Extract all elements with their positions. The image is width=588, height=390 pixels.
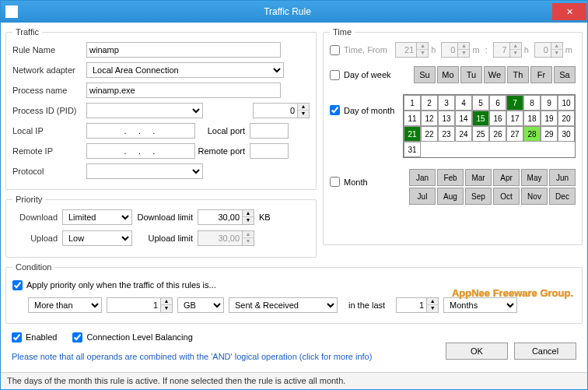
month-cell[interactable]: Mar: [465, 169, 492, 186]
month-cell[interactable]: Apr: [493, 169, 520, 186]
download-select[interactable]: Limited: [62, 209, 132, 225]
close-button[interactable]: ✕: [552, 3, 586, 20]
dom-cell[interactable]: 23: [438, 126, 455, 142]
app-icon: [5, 5, 18, 18]
priority-group: Priority Download Limited Download limit…: [5, 195, 317, 258]
download-label: Download: [12, 213, 62, 222]
dom-cell[interactable]: 20: [558, 111, 575, 126]
localport-input[interactable]: [250, 123, 289, 139]
dom-cell[interactable]: 26: [489, 126, 506, 142]
pid-spin[interactable]: ▲▼: [253, 103, 310, 118]
dom-cell[interactable]: 8: [523, 95, 541, 111]
dow-cell[interactable]: Th: [507, 66, 529, 83]
download-limit-spin[interactable]: ▲▼: [198, 209, 254, 225]
remoteip-label: Remote IP: [12, 146, 86, 156]
dom-cell[interactable]: 18: [523, 111, 541, 126]
period-select[interactable]: Months: [443, 297, 517, 313]
dow-cell[interactable]: Su: [414, 66, 436, 83]
apply-check[interactable]: Apply priority only when the traffic of …: [12, 280, 216, 290]
adapter-select[interactable]: Local Area Connection: [86, 62, 284, 78]
dom-cell[interactable]: 17: [506, 111, 523, 126]
month-cell[interactable]: Jul: [409, 188, 436, 205]
month-check[interactable]: Month: [330, 177, 368, 187]
status-bar: The days of the month this rule is activ…: [1, 372, 587, 389]
n-spin[interactable]: ▲▼: [396, 297, 439, 313]
dom-cell[interactable]: 12: [421, 111, 438, 126]
month-cell[interactable]: Nov: [521, 188, 548, 205]
spin-up-icon[interactable]: ▲: [298, 104, 309, 111]
dom-cell[interactable]: 30: [558, 126, 575, 142]
dom-cell[interactable]: 27: [506, 126, 523, 142]
pid-label: Process ID (PID): [12, 106, 86, 115]
cancel-button[interactable]: Cancel: [514, 343, 576, 360]
dom-cell[interactable]: 28: [523, 126, 541, 142]
upload-limit-spin: ▲▼: [198, 230, 254, 246]
dom-check[interactable]: Day of month: [330, 105, 394, 115]
process-label: Process name: [12, 86, 86, 95]
month-cell[interactable]: Dec: [549, 188, 576, 205]
time-from-check[interactable]: Time, From: [330, 45, 387, 55]
dir-select[interactable]: Sent & Received: [229, 297, 338, 313]
enabled-check[interactable]: Enabled: [12, 332, 57, 343]
pid-select[interactable]: [86, 103, 203, 118]
dow-cell[interactable]: Mo: [437, 66, 459, 83]
upload-select[interactable]: Low: [62, 230, 132, 246]
process-input[interactable]: [86, 83, 281, 98]
dom-cell[interactable]: 16: [489, 111, 506, 126]
dom-cell[interactable]: 6: [489, 95, 506, 111]
window-title: Traffic Rule: [23, 6, 552, 17]
upload-limit-label: Upload limit: [132, 234, 198, 243]
remoteip-input[interactable]: [86, 143, 195, 159]
month-grid: JanFebMarAprMayJunJulAugSepOctNovDec: [409, 169, 576, 205]
localip-label: Local IP: [12, 126, 86, 135]
dow-cell[interactable]: Tu: [460, 66, 482, 83]
month-cell[interactable]: Aug: [437, 188, 464, 205]
dow-cell[interactable]: We: [484, 66, 506, 83]
dow-check[interactable]: Day of week: [330, 70, 391, 80]
time-group: Time Time, From ▲▼h ▲▼m : ▲▼h ▲▼m: [323, 27, 583, 245]
protocol-select[interactable]: [86, 163, 203, 179]
remoteport-input[interactable]: [250, 143, 289, 159]
dom-cell[interactable]: 2: [421, 95, 438, 111]
dom-cell[interactable]: 19: [541, 111, 558, 126]
dow-cell[interactable]: Fr: [530, 66, 552, 83]
remoteport-label: Remote port: [195, 146, 250, 156]
dom-cell[interactable]: 22: [421, 126, 438, 142]
balancing-check[interactable]: Connection Level Balancing: [72, 332, 192, 343]
dom-cell[interactable]: 29: [541, 126, 558, 142]
dom-cell[interactable]: 31: [404, 142, 421, 157]
month-cell[interactable]: Oct: [493, 188, 520, 205]
month-cell[interactable]: Jun: [549, 169, 576, 186]
dom-cell[interactable]: 5: [472, 95, 489, 111]
spin-down-icon[interactable]: ▼: [298, 111, 309, 118]
localip-input[interactable]: [86, 123, 195, 139]
dow-grid: SuMoTuWeThFrSa: [414, 66, 576, 83]
month-cell[interactable]: May: [521, 169, 548, 186]
condition-legend: Condition: [12, 262, 54, 272]
rule-name-label: Rule Name: [12, 45, 86, 54]
month-cell[interactable]: Jan: [409, 169, 436, 186]
dom-cell[interactable]: 7: [506, 95, 523, 111]
dom-cell[interactable]: 9: [541, 95, 558, 111]
dom-cell[interactable]: 1: [404, 95, 421, 111]
unit-select[interactable]: GB: [177, 297, 224, 313]
dom-cell[interactable]: 24: [455, 126, 472, 142]
dom-cell[interactable]: 4: [455, 95, 472, 111]
ok-button[interactable]: OK: [446, 343, 508, 360]
month-cell[interactable]: Sep: [465, 188, 492, 205]
dom-cell[interactable]: 11: [404, 111, 421, 126]
month-cell[interactable]: Feb: [437, 169, 464, 186]
dom-cell[interactable]: 3: [438, 95, 455, 111]
rule-name-input[interactable]: [86, 42, 281, 58]
time-legend: Time: [330, 27, 355, 37]
download-limit-label: Download limit: [132, 213, 198, 222]
dow-cell[interactable]: Sa: [554, 66, 576, 83]
dom-cell[interactable]: 25: [472, 126, 489, 142]
dom-cell[interactable]: 21: [404, 126, 421, 142]
cmp-select[interactable]: More than: [28, 297, 102, 313]
dom-cell[interactable]: 15: [472, 111, 489, 126]
amount-spin[interactable]: ▲▼: [107, 297, 173, 313]
dom-cell[interactable]: 14: [455, 111, 472, 126]
dom-cell[interactable]: 10: [558, 95, 575, 111]
dom-cell[interactable]: 13: [438, 111, 455, 126]
